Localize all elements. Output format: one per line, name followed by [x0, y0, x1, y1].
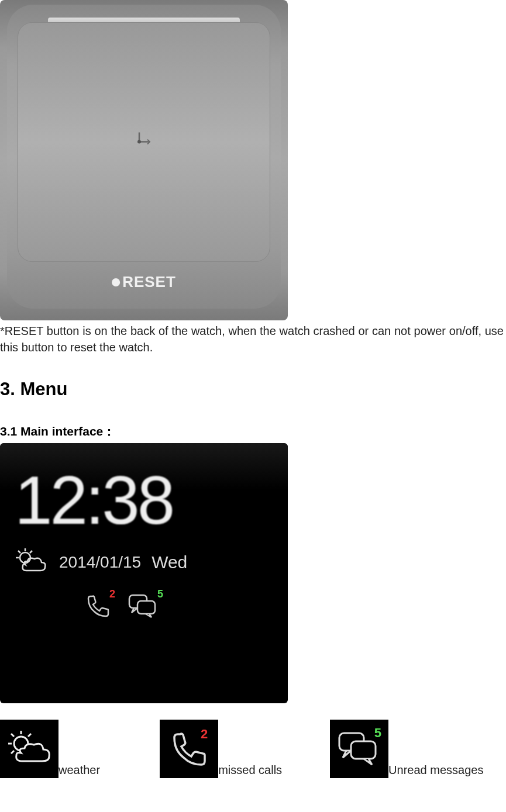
- chat-icon: 5: [127, 593, 157, 621]
- legend-item-missed-calls: 2 missed calls: [160, 720, 282, 778]
- section-3-1-heading: 3.1 Main interface：: [0, 423, 506, 440]
- watch-screen: 12:38 2014/01/15 Wed 2: [15, 467, 273, 668]
- legend-item-weather: weather: [0, 720, 100, 778]
- missed-calls-badge: 2: [109, 588, 115, 600]
- svg-rect-7: [137, 601, 155, 614]
- svg-point-0: [137, 140, 141, 144]
- reset-dot-icon: [112, 278, 120, 286]
- section-3-heading: 3. Menu: [0, 379, 506, 400]
- svg-rect-15: [351, 741, 376, 759]
- weather-icon: [0, 720, 58, 778]
- legend-missed-calls-label: missed calls: [218, 763, 282, 778]
- weather-icon: [15, 547, 49, 578]
- legend-weather-label: weather: [58, 763, 100, 778]
- center-mark-icon: [133, 127, 154, 153]
- unread-messages-badge: 5: [157, 588, 163, 600]
- watch-back-cover: [18, 22, 270, 262]
- svg-line-13: [11, 751, 14, 754]
- legend-unread-messages-label: Unread messages: [388, 763, 483, 778]
- svg-line-5: [30, 551, 32, 553]
- watch-back-image: RESET: [0, 0, 288, 320]
- reset-note-text: *RESET button is on the back of the watc…: [0, 323, 506, 355]
- reset-label: RESET: [112, 273, 176, 291]
- legend-item-unread-messages: 5 Unread messages: [330, 720, 483, 778]
- svg-line-12: [28, 734, 31, 737]
- svg-line-3: [18, 551, 20, 553]
- watch-back-body: RESET: [7, 5, 281, 309]
- date-row: 2014/01/15 Wed: [15, 547, 273, 578]
- day-text: Wed: [152, 552, 187, 572]
- time-display: 12:38: [15, 467, 273, 534]
- phone-icon: 2: [85, 593, 111, 621]
- legend-row: weather 2 missed calls 5 Unread messages: [0, 720, 506, 778]
- notification-icons-row: 2 5: [85, 593, 273, 621]
- reset-text: RESET: [122, 273, 176, 291]
- unread-messages-badge: 5: [374, 725, 381, 741]
- svg-line-10: [11, 734, 14, 737]
- chat-icon: 5: [330, 720, 388, 778]
- phone-icon: 2: [160, 720, 218, 778]
- missed-calls-badge: 2: [201, 727, 208, 742]
- watch-front-image: 12:38 2014/01/15 Wed 2: [0, 443, 288, 703]
- date-text: 2014/01/15: [59, 553, 141, 572]
